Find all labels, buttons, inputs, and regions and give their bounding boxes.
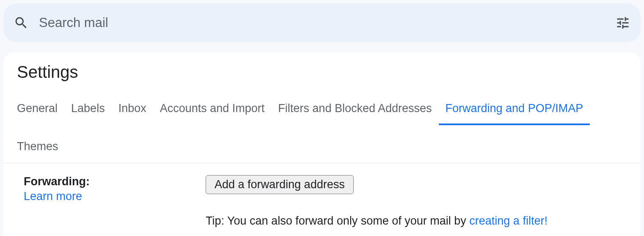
tab-accounts[interactable]: Accounts and Import	[153, 99, 272, 125]
tab-themes[interactable]: Themes	[17, 137, 65, 163]
tab-inbox[interactable]: Inbox	[112, 99, 153, 125]
forwarding-section-header: Forwarding: Learn more	[24, 175, 206, 203]
page-title: Settings	[3, 63, 641, 82]
search-icon	[14, 15, 29, 30]
settings-content: Forwarding: Learn more Add a forwarding …	[3, 163, 641, 236]
tune-icon[interactable]	[615, 15, 630, 30]
tab-labels[interactable]: Labels	[64, 99, 112, 125]
tab-forwarding[interactable]: Forwarding and POP/IMAP	[439, 99, 590, 125]
forwarding-section: Forwarding: Learn more Add a forwarding …	[24, 175, 627, 236]
search-input[interactable]	[39, 15, 605, 30]
forwarding-tip: Tip: You can also forward only some of y…	[206, 214, 627, 228]
forwarding-section-body: Add a forwarding address Tip: You can al…	[206, 175, 627, 228]
add-forwarding-address-button[interactable]: Add a forwarding address	[206, 175, 354, 194]
settings-tabs: General Labels Inbox Accounts and Import…	[3, 99, 641, 163]
tip-text-prefix: Tip: You can also forward only some of y…	[206, 214, 469, 227]
forwarding-label: Forwarding:	[24, 175, 90, 188]
create-filter-link[interactable]: creating a filter!	[469, 214, 548, 227]
learn-more-link[interactable]: Learn more	[24, 190, 206, 203]
settings-panel: Settings General Labels Inbox Accounts a…	[3, 52, 641, 236]
search-bar[interactable]	[3, 3, 641, 42]
tab-filters[interactable]: Filters and Blocked Addresses	[271, 99, 438, 125]
tab-general[interactable]: General	[17, 99, 64, 125]
